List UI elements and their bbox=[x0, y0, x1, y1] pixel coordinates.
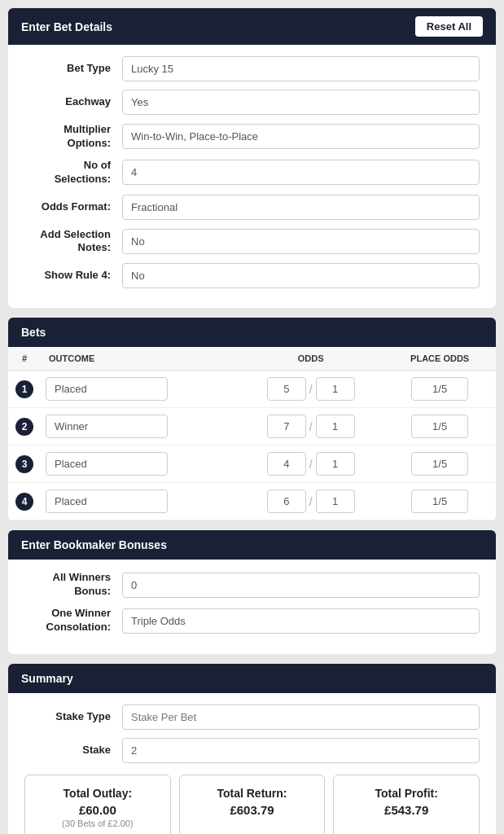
col-odds: ODDS bbox=[238, 347, 383, 371]
bets-table-header-row: # OUTCOME ODDS PLACE ODDS bbox=[8, 347, 496, 371]
odds-group: / bbox=[243, 489, 379, 513]
bet-number: 2 bbox=[15, 418, 33, 436]
bookmaker-bonuses-title: Enter Bookmaker Bonuses bbox=[21, 538, 167, 551]
bet-outcome-input[interactable] bbox=[46, 377, 168, 401]
total-outlay-card: Total Outlay: £60.00 (30 Bets of £2.00) bbox=[24, 775, 171, 834]
bet-details-form: Bet Type Eachway Multiplier Options: No … bbox=[8, 45, 496, 308]
total-profit-title: Total Profit: bbox=[342, 787, 471, 800]
col-outcome: OUTCOME bbox=[41, 347, 238, 371]
bets-section: Bets # OUTCOME ODDS PLACE ODDS 1 / bbox=[8, 318, 496, 520]
summary-form: Stake Type Stake Total Outlay: £60.00 (3… bbox=[8, 693, 496, 834]
bets-table: # OUTCOME ODDS PLACE ODDS 1 / bbox=[8, 347, 496, 520]
no-of-selections-label: No of Selections: bbox=[24, 159, 122, 187]
odds-denominator-input[interactable] bbox=[316, 415, 355, 438]
bet-outcome-input[interactable] bbox=[46, 452, 168, 476]
total-profit-card: Total Profit: £543.79 bbox=[333, 775, 480, 834]
bet-number: 1 bbox=[15, 380, 33, 398]
one-winner-consolation-label: One Winner Consolation: bbox=[24, 607, 122, 634]
odds-format-input[interactable] bbox=[122, 195, 480, 220]
place-odds-input[interactable] bbox=[411, 377, 468, 401]
bet-type-label: Bet Type bbox=[24, 62, 122, 76]
enter-bet-details-title: Enter Bet Details bbox=[21, 20, 112, 33]
odds-group: / bbox=[243, 377, 379, 401]
summary-cards: Total Outlay: £60.00 (30 Bets of £2.00) … bbox=[24, 775, 480, 834]
stake-type-row: Stake Type bbox=[24, 705, 480, 730]
total-profit-value: £543.79 bbox=[342, 803, 471, 817]
stake-input[interactable] bbox=[122, 738, 480, 763]
bet-number: 4 bbox=[15, 493, 33, 511]
total-return-card: Total Return: £603.79 bbox=[179, 775, 326, 834]
enter-bet-details-section: Enter Bet Details Reset All Bet Type Eac… bbox=[8, 8, 496, 308]
odds-numerator-input[interactable] bbox=[267, 489, 306, 513]
odds-denominator-input[interactable] bbox=[316, 452, 355, 476]
total-outlay-title: Total Outlay: bbox=[33, 787, 162, 800]
stake-row: Stake bbox=[24, 738, 480, 763]
odds-slash: / bbox=[309, 420, 313, 433]
bet-type-row: Bet Type bbox=[24, 56, 480, 81]
odds-slash: / bbox=[309, 495, 313, 508]
eachway-label: Eachway bbox=[24, 95, 122, 109]
place-odds-input[interactable] bbox=[411, 415, 468, 438]
table-row: 4 / bbox=[8, 483, 496, 520]
summary-header: Summary bbox=[8, 664, 496, 693]
odds-slash: / bbox=[309, 458, 313, 471]
eachway-row: Eachway bbox=[24, 90, 480, 115]
show-rule4-label: Show Rule 4: bbox=[24, 269, 122, 283]
odds-format-label: Odds Format: bbox=[24, 200, 122, 214]
place-odds-input[interactable] bbox=[411, 452, 468, 476]
one-winner-consolation-input[interactable] bbox=[122, 608, 480, 634]
odds-denominator-input[interactable] bbox=[316, 377, 355, 401]
odds-numerator-input[interactable] bbox=[267, 452, 306, 476]
col-place-odds: PLACE ODDS bbox=[383, 347, 496, 371]
bet-number: 3 bbox=[15, 455, 33, 473]
table-row: 2 / bbox=[8, 408, 496, 446]
total-outlay-value: £60.00 bbox=[33, 803, 162, 817]
bookmaker-bonuses-section: Enter Bookmaker Bonuses All Winners Bonu… bbox=[8, 530, 496, 654]
table-row: 1 / bbox=[8, 371, 496, 408]
multiplier-input[interactable] bbox=[122, 124, 480, 149]
odds-denominator-input[interactable] bbox=[316, 489, 355, 513]
odds-numerator-input[interactable] bbox=[267, 377, 306, 401]
add-selection-notes-row: Add Selection Notes: bbox=[24, 228, 480, 256]
bet-outcome-input[interactable] bbox=[46, 489, 168, 513]
odds-format-row: Odds Format: bbox=[24, 195, 480, 220]
stake-label: Stake bbox=[24, 744, 122, 757]
bookmaker-bonuses-header: Enter Bookmaker Bonuses bbox=[8, 530, 496, 560]
all-winners-bonus-input[interactable] bbox=[122, 573, 480, 598]
no-of-selections-row: No of Selections: bbox=[24, 159, 480, 187]
add-selection-notes-label: Add Selection Notes: bbox=[24, 228, 122, 256]
odds-group: / bbox=[243, 415, 379, 438]
col-num: # bbox=[8, 347, 41, 371]
odds-group: / bbox=[243, 452, 379, 476]
bet-type-input[interactable] bbox=[122, 56, 480, 81]
one-winner-consolation-row: One Winner Consolation: bbox=[24, 607, 480, 634]
odds-numerator-input[interactable] bbox=[267, 415, 306, 438]
multiplier-label: Multiplier Options: bbox=[24, 123, 122, 151]
all-winners-bonus-label: All Winners Bonus: bbox=[24, 571, 122, 599]
table-row: 3 / bbox=[8, 446, 496, 483]
total-return-title: Total Return: bbox=[188, 787, 317, 800]
total-outlay-sub: (30 Bets of £2.00) bbox=[33, 819, 162, 828]
multiplier-row: Multiplier Options: bbox=[24, 123, 480, 151]
summary-section: Summary Stake Type Stake Total Outlay: £… bbox=[8, 664, 496, 834]
show-rule4-input[interactable] bbox=[122, 263, 480, 288]
bets-title: Bets bbox=[21, 326, 46, 339]
stake-type-label: Stake Type bbox=[24, 710, 122, 724]
eachway-input[interactable] bbox=[122, 90, 480, 115]
bookmaker-bonuses-form: All Winners Bonus: One Winner Consolatio… bbox=[8, 560, 496, 654]
no-of-selections-input[interactable] bbox=[122, 160, 480, 185]
add-selection-notes-input[interactable] bbox=[122, 229, 480, 254]
odds-slash: / bbox=[309, 383, 313, 396]
summary-title: Summary bbox=[21, 672, 73, 685]
reset-all-button[interactable]: Reset All bbox=[415, 16, 483, 37]
show-rule4-row: Show Rule 4: bbox=[24, 263, 480, 288]
place-odds-input[interactable] bbox=[411, 489, 468, 513]
total-return-value: £603.79 bbox=[188, 803, 317, 817]
bet-outcome-input[interactable] bbox=[46, 415, 168, 438]
enter-bet-details-header: Enter Bet Details Reset All bbox=[8, 8, 496, 45]
bets-header: Bets bbox=[8, 318, 496, 347]
stake-type-input[interactable] bbox=[122, 705, 480, 730]
all-winners-bonus-row: All Winners Bonus: bbox=[24, 571, 480, 599]
